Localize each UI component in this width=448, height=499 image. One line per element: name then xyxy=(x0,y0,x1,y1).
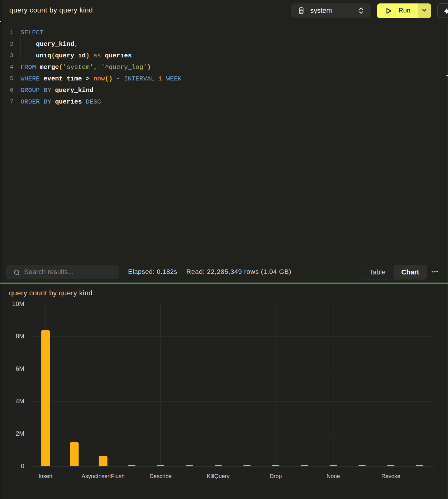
svg-text:None: None xyxy=(326,473,340,479)
svg-text:8M: 8M xyxy=(16,333,24,340)
svg-text:6M: 6M xyxy=(16,365,24,372)
svg-text:Drop: Drop xyxy=(269,473,282,479)
svg-text:4M: 4M xyxy=(16,398,24,405)
svg-text:10M: 10M xyxy=(12,300,24,307)
svg-text:Revoke: Revoke xyxy=(381,473,400,479)
svg-text:2M: 2M xyxy=(16,430,24,437)
svg-text:AsyncInsertFlush: AsyncInsertFlush xyxy=(82,473,125,479)
svg-text:Describe: Describe xyxy=(150,473,172,479)
svg-text:Insert: Insert xyxy=(39,473,53,479)
svg-text:KillQuery: KillQuery xyxy=(207,473,230,479)
svg-text:0: 0 xyxy=(21,463,24,469)
